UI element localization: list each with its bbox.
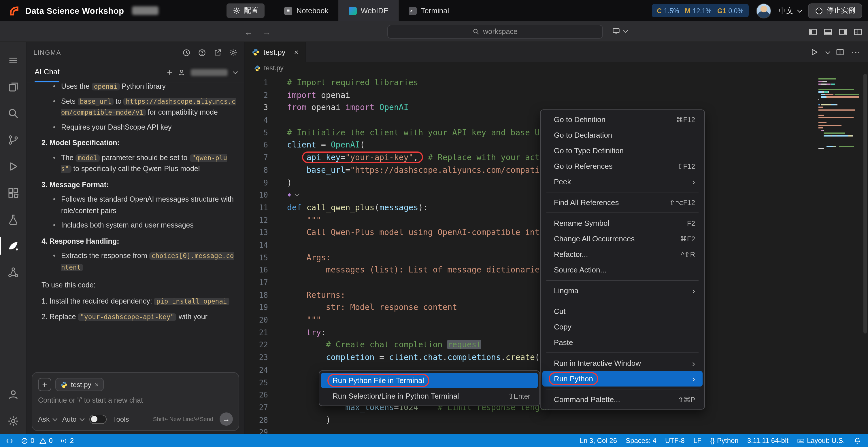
send-button[interactable]: → bbox=[220, 412, 233, 426]
source-control-icon[interactable] bbox=[0, 127, 26, 153]
menu-item-label: Lingma bbox=[554, 286, 578, 295]
tab-ai-chat[interactable]: AI Chat bbox=[35, 63, 60, 82]
menu-item-find-all-references[interactable]: Find All References⇧⌥F12 bbox=[542, 195, 703, 210]
account-icon[interactable] bbox=[0, 381, 26, 408]
mode-selector[interactable]: Ask bbox=[38, 415, 56, 423]
toggle-panel-icon[interactable] bbox=[824, 27, 832, 36]
panel-settings-icon[interactable] bbox=[229, 48, 238, 57]
menu-item-label: Go to References bbox=[554, 162, 613, 170]
add-context-button[interactable]: + bbox=[38, 378, 51, 391]
menu-item-run-selection-line-in-python-terminal[interactable]: Run Selection/Line in Python Terminal⇧En… bbox=[321, 388, 538, 404]
menu-separator bbox=[547, 301, 699, 301]
menu-item-paste[interactable]: Paste bbox=[542, 335, 703, 350]
menu-item-copy[interactable]: Copy bbox=[542, 319, 703, 335]
search-icon[interactable] bbox=[0, 100, 26, 127]
split-editor-icon[interactable] bbox=[836, 48, 844, 57]
back-button[interactable]: ← bbox=[244, 27, 253, 37]
menu-item-go-to-declaration[interactable]: Go to Declaration bbox=[542, 127, 703, 143]
menu-item-go-to-references[interactable]: Go to References⇧F12 bbox=[542, 158, 703, 174]
error-icon bbox=[21, 437, 28, 444]
code-line-1[interactable]: # Import required libraries bbox=[245, 76, 868, 89]
menu-shortcut: ⇧Enter bbox=[497, 392, 531, 400]
user-session-icon[interactable] bbox=[178, 68, 186, 76]
ports-indicator[interactable]: 2 bbox=[60, 437, 74, 445]
notifications-bell-icon[interactable] bbox=[854, 437, 861, 444]
editor-scrollbar[interactable] bbox=[862, 74, 868, 434]
history-icon[interactable] bbox=[182, 48, 191, 57]
top-tab-webide[interactable]: WebIDE bbox=[338, 0, 398, 21]
menu-item-cut[interactable]: Cut bbox=[542, 304, 703, 319]
remote-window-indicator[interactable] bbox=[612, 27, 626, 35]
minimap-line bbox=[818, 135, 859, 136]
menu-item-run-python[interactable]: Run Python› bbox=[542, 371, 703, 386]
menu-item-refactor[interactable]: Refactor...^⇧R bbox=[542, 247, 703, 262]
lingma-sidebar: LINGMA AI Chat + Uses the openai Python … bbox=[27, 42, 245, 434]
encoding[interactable]: UTF-8 bbox=[665, 437, 685, 445]
menu-item-change-all-occurrences[interactable]: Change All Occurrences⌘F2 bbox=[542, 231, 703, 247]
testing-icon[interactable] bbox=[0, 206, 26, 233]
customize-layout-icon[interactable] bbox=[854, 27, 862, 36]
language-mode[interactable]: {}Python bbox=[710, 437, 739, 445]
run-debug-icon[interactable] bbox=[0, 153, 26, 180]
menu-item-peek[interactable]: Peek› bbox=[542, 174, 703, 190]
redacted-text bbox=[132, 6, 158, 15]
new-chat-icon[interactable]: + bbox=[167, 68, 172, 77]
menu-item-go-to-type-definition[interactable]: Go to Type Definition bbox=[542, 143, 703, 158]
code-line-2[interactable]: import openai bbox=[245, 89, 868, 101]
run-dropdown-icon[interactable] bbox=[825, 49, 830, 54]
chat-input-card: + test.py × Continue or '/' to start a n… bbox=[32, 372, 239, 431]
menu-item-source-action[interactable]: Source Action... bbox=[542, 262, 703, 278]
model-selector[interactable]: Auto bbox=[62, 415, 83, 423]
tools-toggle[interactable] bbox=[89, 414, 106, 424]
editor-tab-testpy[interactable]: test.py × bbox=[245, 42, 306, 62]
menu-hamburger-icon[interactable] bbox=[0, 47, 26, 74]
language-selector[interactable]: 中文 bbox=[779, 5, 801, 16]
indentation[interactable]: Spaces: 4 bbox=[626, 437, 656, 445]
chevron-down-icon[interactable] bbox=[233, 69, 238, 74]
context-file-chip[interactable]: test.py × bbox=[55, 378, 104, 391]
remove-context-icon[interactable]: × bbox=[95, 380, 99, 388]
breadcrumb[interactable]: test.py bbox=[245, 62, 868, 74]
top-tab-notebook[interactable]: ≡ Notebook bbox=[274, 0, 338, 21]
eol-sequence[interactable]: LF bbox=[693, 437, 702, 445]
feedback-icon[interactable] bbox=[213, 48, 222, 57]
lingma-icon[interactable] bbox=[0, 233, 26, 259]
keyboard-layout[interactable]: Layout: U.S. bbox=[797, 437, 845, 445]
top-app-bar: Data Science Workshop 配置 ≡ Notebook WebI… bbox=[0, 0, 868, 21]
power-icon bbox=[815, 7, 823, 15]
settings-gear-icon[interactable] bbox=[0, 408, 26, 434]
minimap[interactable] bbox=[818, 78, 859, 153]
remote-indicator-icon[interactable] bbox=[6, 437, 13, 444]
menu-item-run-python-file-in-terminal[interactable]: Run Python File in Terminal bbox=[321, 373, 538, 388]
config-button[interactable]: 配置 bbox=[226, 3, 265, 18]
toggle-sidebar-icon[interactable] bbox=[809, 27, 817, 36]
explorer-icon[interactable] bbox=[0, 74, 26, 100]
top-tab-terminal[interactable]: >_ Terminal bbox=[398, 0, 459, 21]
help-icon[interactable] bbox=[198, 48, 206, 57]
run-file-icon[interactable] bbox=[810, 48, 818, 57]
menu-item-go-to-definition[interactable]: Go to Definition⌘F12 bbox=[542, 112, 703, 127]
code-line-29[interactable] bbox=[245, 426, 868, 435]
command-center-search[interactable]: workspace bbox=[387, 25, 603, 39]
python-interpreter[interactable]: 3.11.11 64-bit bbox=[747, 437, 788, 445]
more-actions-icon[interactable]: ⋯ bbox=[851, 47, 861, 58]
status-bar: 0 0 2 Ln 3, Col 26 Spaces: 4 UTF-8 LF {}… bbox=[0, 434, 868, 447]
forward-button[interactable]: → bbox=[262, 27, 271, 37]
minimap-line bbox=[818, 96, 859, 98]
menu-item-run-in-interactive-window[interactable]: Run in Interactive Window› bbox=[542, 355, 703, 371]
chevron-down-icon bbox=[80, 416, 85, 421]
menu-item-rename-symbol[interactable]: Rename SymbolF2 bbox=[542, 216, 703, 231]
extensions-icon[interactable] bbox=[0, 180, 26, 206]
menu-item-command-palette[interactable]: Command Palette...⇧⌘P bbox=[542, 392, 703, 407]
cursor-position[interactable]: Ln 3, Col 26 bbox=[580, 437, 617, 445]
code-line-28[interactable]: ) bbox=[245, 414, 868, 426]
lingma-codelens-icon[interactable]: ◆ bbox=[288, 191, 298, 198]
menu-item-lingma[interactable]: Lingma› bbox=[542, 283, 703, 298]
avatar[interactable] bbox=[756, 3, 771, 18]
toggle-secondary-sidebar-icon[interactable] bbox=[839, 27, 847, 36]
deploy-graph-icon[interactable] bbox=[0, 259, 26, 286]
stop-instance-button[interactable]: 停止实例 bbox=[808, 3, 862, 18]
problems-indicator[interactable]: 0 0 bbox=[21, 437, 53, 445]
chat-input-field[interactable]: Continue or '/' to start a new chat bbox=[38, 396, 233, 407]
close-tab-icon[interactable]: × bbox=[294, 48, 299, 57]
